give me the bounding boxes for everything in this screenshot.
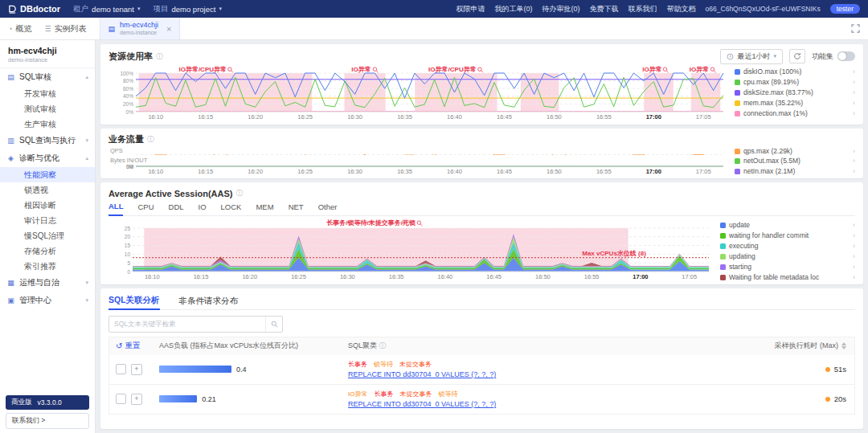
tab-ALL[interactable]: ALL (108, 200, 123, 216)
legend-item[interactable]: cpu.max (89.19%)› (735, 78, 855, 86)
user-id[interactable]: o66_C6hQnSQxUOd-sF-eUWFSNIKs (706, 5, 821, 13)
close-tab-icon[interactable]: × (166, 24, 171, 34)
nav-link[interactable]: 我的工单(0) (495, 4, 533, 14)
legend-item[interactable]: starting› (720, 263, 855, 271)
sidebar-item-索引推荐[interactable]: 索引推荐 (0, 259, 95, 274)
legend-item[interactable]: netOut.max (5.5M)› (735, 157, 855, 165)
sidebar-group-诊断与优化[interactable]: ◈诊断与优化▴ (0, 149, 95, 167)
tab-CPU[interactable]: CPU (137, 201, 154, 215)
tab-非条件请求分布[interactable]: 非条件请求分布 (179, 293, 239, 309)
chevron-right-icon[interactable]: › (853, 147, 855, 155)
feature-set-toggle[interactable] (837, 51, 855, 61)
sidebar-group-SQL审核[interactable]: ▤SQL审核▴ (0, 68, 95, 86)
chevron-right-icon[interactable]: › (853, 273, 855, 281)
tab-instance-active[interactable]: ▤ hm-ecv4chji demo-instance × (100, 18, 181, 39)
chevron-right-icon[interactable]: › (853, 99, 855, 107)
chevron-right-icon[interactable]: › (853, 167, 855, 175)
qps-chart[interactable]: 2.5k1.5k50016:1016:1516:2016:2516:3016:3… (108, 154, 728, 155)
legend-item[interactable]: diskIO.max (100%)› (735, 67, 855, 76)
chevron-right-icon[interactable]: › (853, 242, 855, 250)
tab-Other[interactable]: Other (318, 201, 338, 215)
tab-DDL[interactable]: DDL (169, 201, 184, 215)
aas-chart[interactable]: 2520151050Max vCPUs水位线 (8)16:1016:1516:2… (108, 219, 714, 281)
table-row[interactable]: +0.21IO异常长事务未提交事务锁等待REPLACE INTO dd30704… (108, 385, 855, 415)
tab-LOCK[interactable]: LOCK (221, 201, 242, 215)
sidebar-item-生产审核[interactable]: 生产审核 (0, 116, 95, 132)
bytes-chart[interactable]: 6M3M016:1016:1516:2016:2516:3016:3516:40… (108, 164, 728, 175)
info-icon[interactable]: ⓘ (147, 134, 154, 145)
resource-usage-chart[interactable]: 100%80%60%40%20%0%16:1016:1516:2016:2516… (108, 65, 728, 121)
legend-item[interactable]: netIn.max (2.1M)› (735, 167, 855, 175)
tab-SQL关联分析[interactable]: SQL关联分析 (108, 292, 160, 310)
nav-link[interactable]: 权限申请 (457, 4, 485, 14)
tab-NET[interactable]: NET (289, 201, 304, 215)
col-exec-time[interactable]: 采样执行耗时 (Max) (742, 341, 854, 351)
sidebar-item-性能洞察[interactable]: 性能洞察 (0, 167, 95, 182)
info-icon[interactable]: ⓘ (235, 188, 243, 198)
svg-text:16:30: 16:30 (347, 113, 362, 121)
sidebar-item-根因诊断[interactable]: 根因诊断 (0, 198, 95, 213)
row-expander[interactable]: + (131, 394, 142, 405)
legend-item[interactable]: diskSize.max (83.77%)› (735, 88, 855, 96)
legend-item[interactable]: executing› (720, 242, 855, 250)
legend-item[interactable]: waiting for handler commit› (720, 231, 855, 239)
sql-search-input[interactable] (109, 320, 265, 328)
nav-link[interactable]: 待办审批(0) (542, 4, 580, 14)
sidebar-item-存储分析[interactable]: 存储分析 (0, 243, 95, 259)
chevron-right-icon[interactable]: › (853, 67, 855, 76)
chevron-right-icon[interactable]: › (853, 88, 855, 96)
refresh-button[interactable] (789, 49, 805, 63)
sidebar-item-审计日志[interactable]: 审计日志 (0, 213, 95, 228)
nav-link[interactable]: 帮助文档 (667, 4, 696, 14)
project-select[interactable]: 项目 demo project ▾ (153, 4, 221, 14)
fullscreen-icon[interactable] (843, 24, 868, 33)
legend-item[interactable]: mem.max (35.22%)› (735, 99, 855, 107)
sidebar-group-管理中心[interactable]: ▣管理中心▾ (0, 292, 95, 309)
chevron-right-icon[interactable]: › (853, 221, 855, 229)
info-icon[interactable]: ⓘ (156, 51, 163, 62)
tab-MEM[interactable]: MEM (256, 201, 273, 215)
svg-text:16:55: 16:55 (596, 154, 612, 155)
sidebar-group-SQL查询与执行[interactable]: ▥SQL查询与执行▾ (0, 132, 95, 149)
sidebar-group-运维与自治[interactable]: ▦运维与自治▾ (0, 274, 95, 292)
svg-text:16:40: 16:40 (447, 113, 462, 121)
chevron-right-icon[interactable]: › (853, 157, 855, 165)
row-checkbox[interactable] (116, 394, 126, 404)
row-expander[interactable]: + (131, 364, 142, 375)
tab-overview[interactable]: ◔ 概览 (8, 23, 31, 35)
sidebar-item-测试审核[interactable]: 测试审核 (0, 101, 95, 116)
sidebar-item-慢SQL治理[interactable]: 慢SQL治理 (0, 228, 95, 243)
legend-item[interactable]: updating› (720, 252, 855, 260)
chevron-right-icon[interactable]: › (853, 231, 855, 239)
legend-item[interactable]: qps.max (2.29k)› (735, 147, 855, 155)
legend-item[interactable]: connection.max (1%)› (735, 109, 855, 117)
instance-doc-icon: ▤ (108, 25, 116, 33)
contact-us-button[interactable]: 联系我们 > (6, 413, 89, 429)
sort-icon[interactable] (841, 342, 846, 349)
info-icon[interactable]: ⓘ (379, 341, 387, 349)
legend-item[interactable]: Waiting for table metadata loc› (720, 273, 855, 281)
svg-text:17:00: 17:00 (646, 113, 661, 121)
sql-text-link[interactable]: REPLACE INTO dd30704_0 VALUES (?, ?, ?) (348, 370, 735, 378)
table-row[interactable]: +0.4长事务锁等待未提交事务REPLACE INTO dd30704_0 VA… (108, 355, 855, 385)
sidebar-item-锁透视[interactable]: 锁透视 (0, 182, 95, 198)
time-range-select[interactable]: 最近1小时 ▾ (720, 49, 783, 64)
chevron-right-icon[interactable]: › (853, 78, 855, 86)
chevron-right-icon[interactable]: › (853, 252, 855, 260)
reset-button[interactable]: ↺ 重置 (109, 341, 140, 351)
logo-icon (8, 5, 17, 14)
nav-link[interactable]: 免费下载 (590, 4, 619, 14)
sidebar-item-开发审核[interactable]: 开发审核 (0, 86, 95, 101)
tab-instance-list[interactable]: ☰ 实例列表 (44, 23, 86, 35)
chevron-right-icon[interactable]: › (853, 263, 855, 271)
chevron-right-icon[interactable]: › (853, 109, 855, 117)
tab-IO[interactable]: IO (199, 201, 207, 215)
logo[interactable]: DBdoctor (8, 4, 60, 14)
nav-link[interactable]: 联系我们 (628, 4, 657, 14)
row-checkbox[interactable] (116, 364, 126, 374)
search-icon[interactable] (265, 317, 282, 332)
top-navbar: DBdoctor 租户 demo tenant ▾ 项目 demo projec… (0, 0, 868, 18)
tenant-select[interactable]: 租户 demo tenant ▾ (73, 4, 140, 14)
sql-text-link[interactable]: REPLACE INTO dd30704_0 VALUES (?, ?, ?) (348, 400, 735, 408)
legend-item[interactable]: update› (720, 221, 855, 229)
